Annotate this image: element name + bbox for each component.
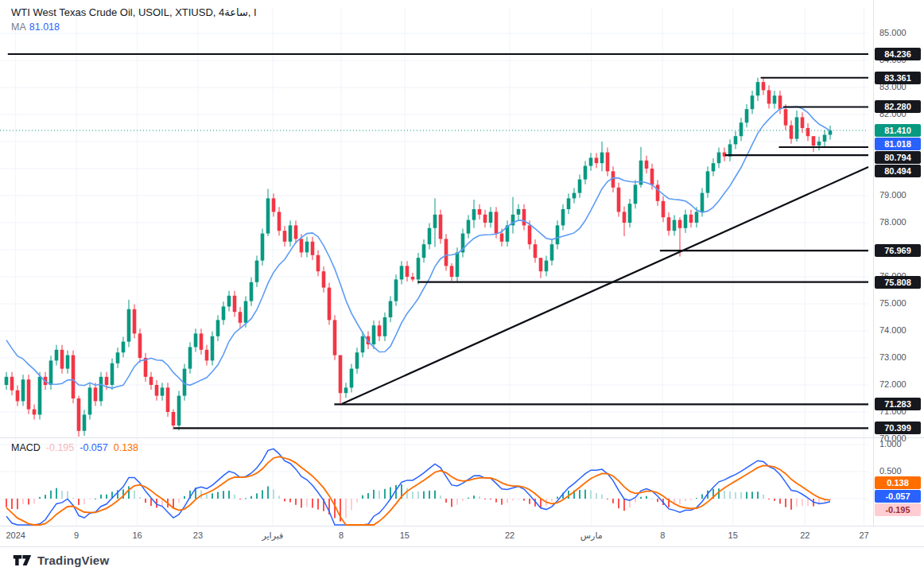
macd-tick-label: 1.000 bbox=[879, 439, 902, 449]
candles-group bbox=[5, 77, 833, 437]
time-tick-label: 16 bbox=[132, 530, 142, 540]
time-tick-label: 27 bbox=[859, 530, 868, 540]
macd-line-value: -0.057 bbox=[80, 442, 107, 453]
price-axis-label: 80.794 bbox=[875, 151, 921, 164]
price-axis-label: 75.808 bbox=[875, 276, 921, 289]
macd-axis-label: 0.138 bbox=[875, 476, 921, 489]
time-tick-label: 9 bbox=[74, 530, 79, 540]
time-tick-label: 15 bbox=[400, 530, 410, 540]
macd-axis-label: -0.195 bbox=[875, 503, 921, 516]
price-axis-label: 82.280 bbox=[875, 100, 921, 113]
time-tick-label: 8 bbox=[339, 530, 344, 540]
tradingview-logo-icon bbox=[13, 554, 32, 566]
price-tick-label: 79.000 bbox=[879, 190, 907, 200]
ma-line bbox=[6, 107, 830, 388]
price-axis-label: 76.969 bbox=[875, 244, 921, 257]
ascending-trendline[interactable] bbox=[342, 167, 868, 404]
macd-tick-label: 0.500 bbox=[879, 466, 902, 476]
price-axis-label: 83.361 bbox=[875, 72, 921, 84]
ma-value: 81.018 bbox=[29, 21, 60, 33]
macd-axis-label: -0.057 bbox=[875, 490, 921, 503]
price-axis-label: 84.236 bbox=[875, 48, 921, 60]
macd-signal-value: 0.138 bbox=[114, 442, 138, 453]
price-tick-label: 78.000 bbox=[879, 217, 907, 227]
price-tick-label: 74.000 bbox=[879, 325, 907, 335]
time-tick-label: 2024 bbox=[6, 530, 25, 540]
chart-canvas[interactable] bbox=[0, 0, 924, 575]
macd-signal-line bbox=[6, 457, 830, 525]
macd-hist-value: -0.195 bbox=[46, 442, 74, 453]
macd-label: MACD bbox=[11, 442, 41, 453]
time-tick-label: 15 bbox=[728, 530, 738, 540]
ma-legend[interactable]: MA81.018 bbox=[11, 21, 257, 33]
price-tick-label: 72.000 bbox=[879, 379, 907, 389]
price-tick-label: 85.000 bbox=[879, 28, 907, 37]
time-tick-label: مارس bbox=[580, 530, 603, 541]
macd-legend[interactable]: MACD-0.195-0.0570.138 bbox=[11, 442, 138, 453]
price-axis-label: 80.494 bbox=[875, 165, 921, 177]
tradingview-logo[interactable]: TradingView bbox=[13, 554, 109, 567]
time-tick-label: 8 bbox=[660, 530, 665, 540]
macd-line bbox=[6, 449, 830, 525]
time-tick-label: 22 bbox=[505, 530, 514, 540]
price-axis-label: 71.283 bbox=[875, 398, 921, 410]
price-axis-label: 70.399 bbox=[875, 422, 921, 434]
price-axis-label: 81.410 bbox=[875, 124, 921, 137]
time-tick-label: فبراير bbox=[262, 530, 283, 541]
symbol-title[interactable]: WTI West Texas Crude Oil, USOIL, XTIUSD,… bbox=[11, 6, 257, 18]
time-tick-label: 22 bbox=[800, 530, 809, 540]
footer-bar: TradingView bbox=[0, 546, 924, 575]
symbol-legend[interactable]: WTI West Texas Crude Oil, USOIL, XTIUSD,… bbox=[11, 6, 257, 33]
price-tick-label: 73.000 bbox=[879, 352, 907, 362]
price-tick-label: 75.000 bbox=[879, 298, 907, 308]
tradingview-logo-text: TradingView bbox=[37, 554, 109, 567]
ma-label: MA bbox=[11, 21, 26, 33]
time-tick-label: 23 bbox=[193, 530, 203, 540]
tradingview-chart: WTI West Texas Crude Oil, USOIL, XTIUSD,… bbox=[0, 0, 924, 575]
price-axis-label: 81.018 bbox=[875, 138, 921, 150]
